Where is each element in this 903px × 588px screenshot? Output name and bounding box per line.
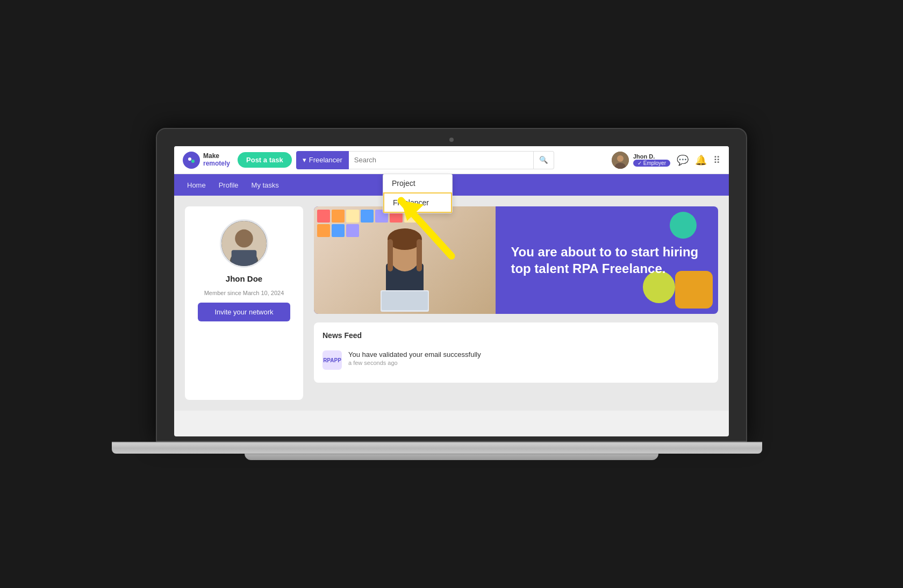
left-panel: Jhon Doe Member since March 10, 2024 Inv… [185, 206, 303, 400]
user-info: Jhon D. ✓ Employer [633, 153, 670, 167]
svg-rect-16 [382, 291, 428, 310]
dropdown-item-project[interactable]: Project [383, 174, 452, 192]
laptop-screen: Make remotely Post a task ▾ Freelancer 🔍 [174, 146, 729, 436]
promo-banner: You are about to to start hiring top tal… [314, 206, 718, 314]
user-role-badge: ✓ Employer [633, 160, 670, 167]
messages-icon[interactable]: 💬 [677, 154, 689, 166]
laptop-foot [245, 454, 658, 460]
banner-shape-teal [670, 212, 697, 239]
news-feed-title: News Feed [322, 331, 710, 340]
search-type-dropdown[interactable]: ▾ Freelancer [296, 151, 349, 169]
user-name: Jhon D. [633, 153, 670, 160]
svg-point-7 [235, 230, 253, 248]
avatar [612, 152, 629, 169]
logo-icon [183, 152, 200, 169]
logo: Make remotely [183, 152, 230, 169]
search-icon: 🔍 [539, 156, 548, 164]
banner-title: You are about to to start hiring top tal… [511, 243, 703, 277]
laptop-base [112, 442, 762, 454]
right-panel: You are about to to start hiring top tal… [314, 206, 718, 400]
svg-rect-14 [417, 239, 422, 271]
svg-point-0 [187, 155, 196, 165]
main-content: Jhon Doe Member since March 10, 2024 Inv… [174, 196, 729, 411]
laptop-camera [449, 138, 454, 142]
profile-member-since: Member since March 10, 2024 [204, 290, 284, 296]
news-feed: News Feed RPAPP You have validated your … [314, 322, 718, 383]
svg-point-1 [188, 157, 191, 161]
invite-network-button[interactable]: Invite your network [198, 303, 290, 321]
post-task-button[interactable]: Post a task [238, 152, 292, 168]
sub-nav-home[interactable]: Home [187, 177, 206, 193]
sub-nav-profile[interactable]: Profile [219, 177, 239, 193]
logo-text: Make remotely [203, 153, 230, 167]
search-type-label: Freelancer [309, 156, 342, 164]
app-container: Make remotely Post a task ▾ Freelancer 🔍 [174, 146, 729, 436]
banner-image [314, 206, 496, 314]
profile-name: Jhon Doe [226, 274, 262, 283]
news-item-content: You have validated your email successful… [348, 350, 481, 366]
news-item-time: a few seconds ago [348, 360, 481, 366]
navbar: Make remotely Post a task ▾ Freelancer 🔍 [174, 146, 729, 174]
svg-rect-9 [232, 250, 257, 268]
banner-text: You are about to to start hiring top tal… [496, 206, 718, 314]
nav-right: Jhon D. ✓ Employer 💬 🔔 ⠿ [612, 152, 720, 169]
sub-nav-my-tasks[interactable]: My tasks [252, 177, 279, 193]
search-input[interactable] [349, 151, 534, 169]
search-dropdown-chevron: ▾ [303, 156, 306, 164]
svg-point-2 [191, 160, 195, 163]
svg-point-4 [617, 155, 624, 162]
search-area: ▾ Freelancer 🔍 [296, 151, 554, 169]
notifications-icon[interactable]: 🔔 [695, 154, 707, 166]
news-item: RPAPP You have validated your email succ… [322, 346, 710, 374]
profile-avatar [220, 219, 268, 268]
search-button[interactable]: 🔍 [534, 151, 554, 169]
search-dropdown-menu: Project Freelancer [383, 174, 453, 213]
dropdown-item-freelancer[interactable]: Freelancer [383, 192, 452, 213]
news-item-icon: RPAPP [322, 350, 342, 370]
apps-grid-icon[interactable]: ⠿ [713, 154, 720, 166]
news-item-message: You have validated your email successful… [348, 350, 481, 358]
svg-rect-13 [388, 239, 393, 271]
user-area[interactable]: Jhon D. ✓ Employer [612, 152, 670, 169]
